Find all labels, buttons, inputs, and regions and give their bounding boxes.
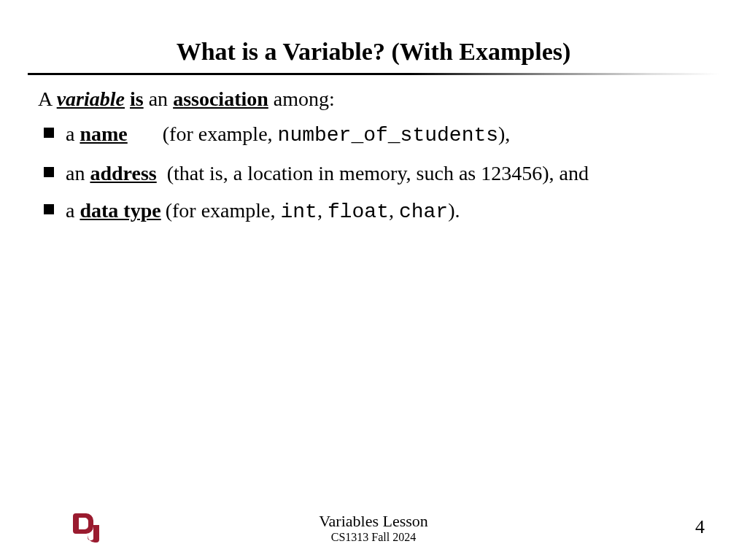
code-float: float [328,201,389,223]
intro-line: A variable is an association among: [38,85,703,113]
keyword-variable: variable [57,88,125,110]
code-int: int [281,201,317,223]
code-char: char [399,201,448,223]
text: (for example, [166,199,281,222]
text: an [66,162,90,184]
bullet-address: an address(that is, a location in memory… [41,160,703,187]
bullet-list: a name(for example, number_of_students),… [41,120,703,226]
text: an [144,88,173,110]
text [125,88,130,110]
slide-body: A variable is an association among: a na… [0,75,747,226]
code-number-of-students: number_of_students [278,124,498,147]
keyword-name: name [80,122,127,145]
slide-title: What is a Variable? (With Examples) [0,0,747,73]
footer-course: CS1313 Fall 2024 [0,531,747,544]
keyword-is: is [130,88,144,110]
bullet-datatype: a data type(for example, int, float, cha… [41,197,703,226]
text: (for example, [163,122,278,145]
keyword-address: address [90,162,156,184]
footer: Variables Lesson CS1313 Fall 2024 4 [0,510,747,544]
text: a [66,122,80,145]
text: , [389,199,399,222]
text: ). [448,199,460,222]
text: ), [498,122,510,145]
footer-lesson: Variables Lesson [0,512,747,530]
slide: What is a Variable? (With Examples) A va… [0,0,747,560]
text: , [317,199,328,222]
text: among: [268,88,335,110]
text: (that is, a location in memory, such as … [167,162,589,184]
page-number: 4 [695,516,705,538]
text: a [66,199,80,222]
bullet-name: a name(for example, number_of_students), [41,120,703,149]
text: A [38,88,57,110]
keyword-association: association [173,88,268,110]
footer-center: Variables Lesson CS1313 Fall 2024 [0,512,747,544]
keyword-data-type: data type [80,199,160,222]
